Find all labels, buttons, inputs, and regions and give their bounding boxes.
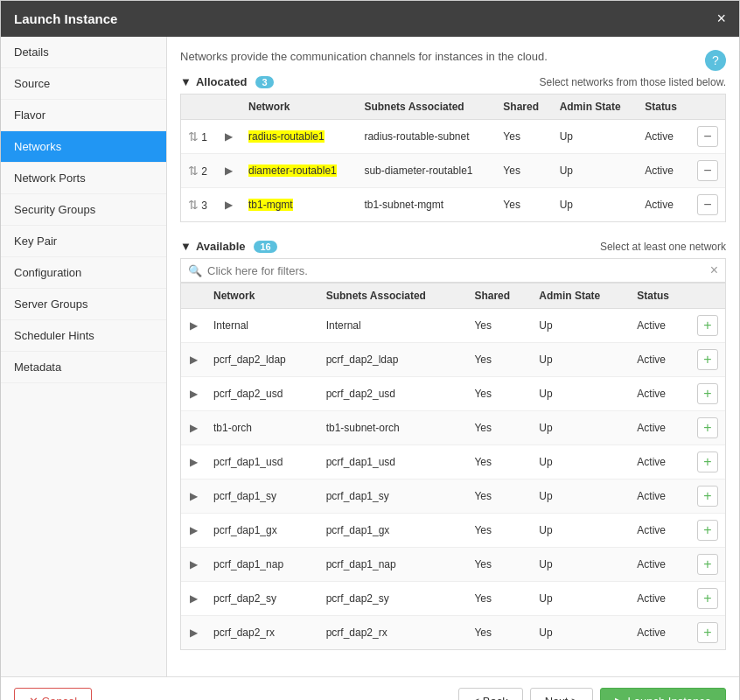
back-button[interactable]: < Back (458, 688, 523, 700)
available-table-header: Network Subnets Associated Shared Admin … (181, 284, 725, 309)
sort-icon[interactable]: ⇅ (188, 130, 199, 144)
filter-input[interactable] (207, 264, 710, 277)
shared-val: Yes (467, 411, 532, 445)
admin-state-val: Up (532, 480, 630, 514)
allocated-chevron: ▼ (180, 75, 192, 88)
status-val: Active (630, 514, 690, 548)
sidebar-item-details[interactable]: Details (1, 37, 166, 68)
available-toggle[interactable]: ▼ Available 16 (180, 240, 277, 253)
available-row: ▶ tb1-orch tb1-subnet-orch Yes Up Active… (181, 411, 725, 445)
subnet-name: pcrf_dap2_usd (319, 377, 468, 411)
network-name-text: radius-routable1 (248, 130, 325, 143)
allocated-section-header: ▼ Allocated 3 Select networks from those… (180, 75, 726, 88)
col-status: Status (630, 284, 690, 309)
sidebar: Details Source Flavor Networks Network P… (1, 37, 167, 676)
launch-button[interactable]: ▶ Launch Instance (600, 688, 726, 700)
shared-val: Yes (467, 445, 532, 480)
admin-state-val: Up (532, 343, 630, 377)
sidebar-item-networks[interactable]: Networks (1, 131, 166, 163)
allocated-count: 3 (255, 76, 273, 88)
sidebar-item-network-ports[interactable]: Network Ports (1, 163, 166, 194)
subnet-name: pcrf_dap1_usd (319, 445, 468, 480)
sidebar-item-configuration[interactable]: Configuration (1, 257, 166, 289)
add-button[interactable]: + (697, 383, 718, 404)
add-button[interactable]: + (697, 622, 718, 643)
col-shared: Shared (496, 94, 552, 120)
remove-button[interactable]: − (697, 126, 718, 147)
sort-icon[interactable]: ⇅ (188, 198, 199, 212)
network-name: tb1-mgmt (241, 188, 357, 222)
add-button[interactable]: + (697, 554, 718, 575)
add-button[interactable]: + (697, 520, 718, 541)
next-button[interactable]: Next > (530, 688, 593, 700)
available-row: ▶ pcrf_dap1_gx pcrf_dap1_gx Yes Up Activ… (181, 514, 725, 548)
allocated-row: ⇅ 3 ▶ tb1-mgmt tb1-subnet-mgmt Yes Up Ac… (181, 188, 725, 222)
col-status: Status (638, 94, 690, 120)
close-button[interactable]: × (716, 10, 726, 28)
admin-state-val: Up (532, 377, 630, 411)
allocated-toggle[interactable]: ▼ Allocated 3 (180, 75, 274, 88)
row-number: 1 (201, 131, 207, 144)
cancel-button[interactable]: ✕ Cancel (14, 688, 92, 700)
network-name: radius-routable1 (241, 120, 357, 154)
remove-button[interactable]: − (697, 160, 718, 181)
expand-button[interactable]: ▶ (223, 129, 234, 144)
subnet-name: tb1-subnet-mgmt (357, 188, 496, 222)
admin-state-val: Up (532, 616, 630, 650)
expand-button[interactable]: ▶ (188, 522, 199, 538)
add-button[interactable]: + (697, 452, 718, 472)
sidebar-item-server-groups[interactable]: Server Groups (1, 289, 166, 320)
allocated-row: ⇅ 1 ▶ radius-routable1 radius-routable-s… (181, 120, 725, 154)
col-admin-state: Admin State (532, 284, 630, 309)
expand-button[interactable]: ▶ (188, 420, 199, 436)
expand-button[interactable]: ▶ (188, 625, 199, 640)
shared-val: Yes (467, 514, 532, 548)
add-button[interactable]: + (697, 486, 718, 507)
status-val: Active (630, 411, 690, 445)
available-row: ▶ pcrf_dap2_usd pcrf_dap2_usd Yes Up Act… (181, 377, 725, 411)
available-row: ▶ pcrf_dap2_sy pcrf_dap2_sy Yes Up Activ… (181, 582, 725, 616)
row-num: ⇅ 1 (181, 120, 216, 154)
expand-button[interactable]: ▶ (188, 386, 199, 402)
sidebar-item-key-pair[interactable]: Key Pair (1, 226, 166, 257)
available-row: ▶ pcrf_dap2_ldap pcrf_dap2_ldap Yes Up A… (181, 343, 725, 377)
clear-filter-button[interactable]: × (710, 262, 718, 278)
expand-button[interactable]: ▶ (188, 318, 199, 333)
subnet-name: pcrf_dap1_sy (319, 480, 468, 514)
status-val: Active (630, 480, 690, 514)
add-button[interactable]: + (697, 417, 718, 438)
sidebar-item-security-groups[interactable]: Security Groups (1, 194, 166, 226)
sidebar-item-flavor[interactable]: Flavor (1, 100, 166, 131)
network-name: pcrf_dap1_usd (206, 445, 319, 480)
shared-val: Yes (467, 616, 532, 650)
allocated-table-container: Network Subnets Associated Shared Admin … (180, 94, 726, 222)
remove-cell: − (690, 154, 725, 188)
admin-state-val: Up (532, 309, 630, 343)
expand-button[interactable]: ▶ (188, 488, 199, 504)
expand-button[interactable]: ▶ (223, 197, 234, 213)
remove-button[interactable]: − (697, 194, 718, 215)
expand-button[interactable]: ▶ (188, 556, 199, 572)
sidebar-item-scheduler-hints[interactable]: Scheduler Hints (1, 320, 166, 352)
add-button[interactable]: + (697, 588, 718, 609)
available-label: Available (196, 240, 246, 253)
expand-button[interactable]: ▶ (188, 454, 199, 470)
subnet-name: tb1-subnet-orch (319, 411, 468, 445)
subnet-name: pcrf_dap2_sy (319, 582, 468, 616)
status-val: Active (630, 616, 690, 650)
help-button[interactable]: ? (705, 50, 726, 71)
expand-button[interactable]: ▶ (223, 163, 234, 178)
sort-icon[interactable]: ⇅ (188, 164, 199, 178)
add-button[interactable]: + (697, 315, 718, 336)
status-val: Active (630, 343, 690, 377)
add-button[interactable]: + (697, 349, 718, 370)
admin-state-val: Up (532, 411, 630, 445)
sidebar-item-source[interactable]: Source (1, 68, 166, 100)
col-shared: Shared (467, 284, 532, 309)
sidebar-item-metadata[interactable]: Metadata (1, 352, 166, 383)
available-row: ▶ pcrf_dap1_usd pcrf_dap1_usd Yes Up Act… (181, 445, 725, 480)
status-val: Active (630, 309, 690, 343)
expand-button[interactable]: ▶ (188, 352, 199, 368)
subnet-name: pcrf_dap1_gx (319, 514, 468, 548)
expand-button[interactable]: ▶ (188, 591, 199, 606)
